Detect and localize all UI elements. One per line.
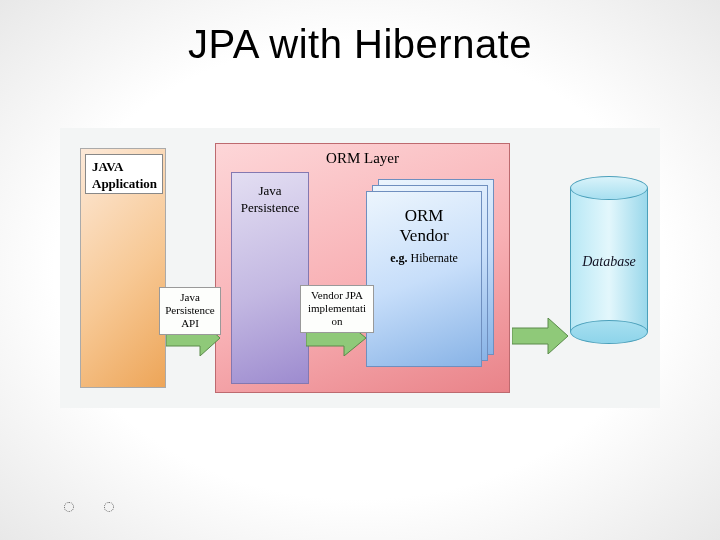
orm-vendor-eg-prefix: e.g. <box>390 251 407 265</box>
bullet-dot-icon <box>104 502 114 512</box>
orm-vendor-box-front: ORMVendor e.g. Hibernate <box>366 191 482 367</box>
orm-vendor-title: ORMVendor <box>367 206 481 247</box>
slide-title: JPA with Hibernate <box>0 22 720 67</box>
java-persistence-label: JavaPersistence <box>232 183 308 217</box>
orm-vendor-example: e.g. Hibernate <box>367 251 481 266</box>
java-persistence-box: JavaPersistence <box>231 172 309 384</box>
java-app-label: JAVAApplication <box>85 154 163 194</box>
database-label: Database <box>570 254 648 270</box>
arrow-label-jpa-api: JavaPersistenceAPI <box>159 287 221 335</box>
arrow-label-vendor-impl: Vendor JPAimplementation <box>300 285 374 333</box>
database-bottom-cap <box>570 320 648 344</box>
orm-layer-title: ORM Layer <box>216 150 509 167</box>
bullet-dot-icon <box>64 502 74 512</box>
arrow-orm-to-database <box>512 318 568 354</box>
database-cylinder: Database <box>570 176 648 344</box>
architecture-diagram: JAVAApplication ORM Layer JavaPersistenc… <box>60 128 660 408</box>
slide-bullets-decoration <box>64 502 114 512</box>
orm-vendor-eg-value: Hibernate <box>411 251 458 265</box>
arrow-icon <box>512 318 568 354</box>
orm-vendor-stack: ORMVendor e.g. Hibernate <box>366 179 494 367</box>
database-top-cap <box>570 176 648 200</box>
